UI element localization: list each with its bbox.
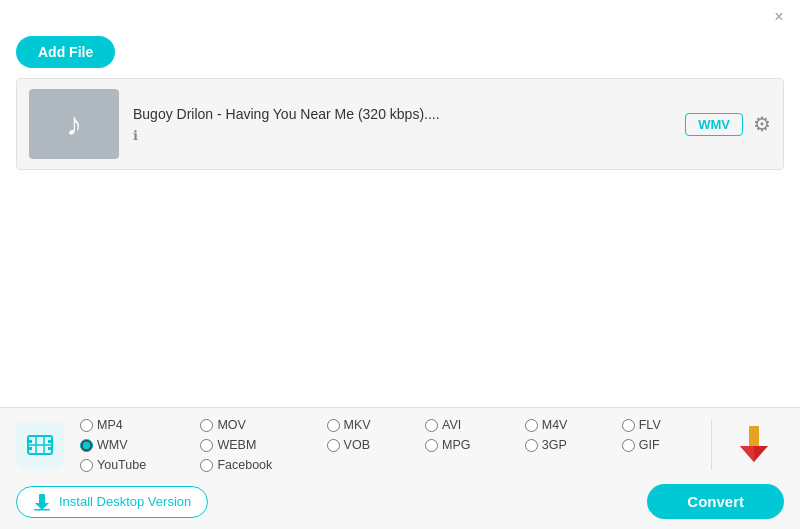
format-radio-3gp[interactable] xyxy=(525,439,538,452)
file-list: ♪ Bugoy Drilon - Having You Near Me (320… xyxy=(16,78,784,170)
format-label-mkv[interactable]: MKV xyxy=(344,418,371,432)
svg-rect-3 xyxy=(28,447,32,450)
format-label-vob[interactable]: VOB xyxy=(344,438,370,452)
header: Add File xyxy=(0,30,800,78)
install-desktop-button[interactable]: Install Desktop Version xyxy=(16,486,208,518)
format-option-wmv: WMV xyxy=(80,438,184,452)
title-bar: × xyxy=(0,0,800,30)
format-label-mp4[interactable]: MP4 xyxy=(97,418,123,432)
format-label-avi[interactable]: AVI xyxy=(442,418,461,432)
bottom-actions: Install Desktop Version Convert xyxy=(0,478,800,529)
format-label-webm[interactable]: WEBM xyxy=(217,438,256,452)
format-radio-avi[interactable] xyxy=(425,419,438,432)
format-option-m4v: M4V xyxy=(525,418,606,432)
download-icon-area[interactable] xyxy=(724,424,784,466)
format-label-m4v[interactable]: M4V xyxy=(542,418,568,432)
format-label-mov[interactable]: MOV xyxy=(217,418,245,432)
format-label-wmv[interactable]: WMV xyxy=(97,438,128,452)
download-arrow-icon xyxy=(736,424,772,466)
format-label-facebook[interactable]: Facebook xyxy=(217,458,272,472)
file-info: Bugoy Drilon - Having You Near Me (320 k… xyxy=(133,106,685,143)
vertical-divider xyxy=(711,420,712,470)
format-option-webm: WEBM xyxy=(200,438,310,452)
format-radio-m4v[interactable] xyxy=(525,419,538,432)
format-radio-youtube[interactable] xyxy=(80,459,93,472)
format-option-flv: FLV xyxy=(622,418,699,432)
format-option-3gp: 3GP xyxy=(525,438,606,452)
svg-rect-8 xyxy=(749,426,759,446)
format-radio-mov[interactable] xyxy=(200,419,213,432)
settings-icon[interactable]: ⚙ xyxy=(753,112,771,136)
file-thumbnail: ♪ xyxy=(29,89,119,159)
format-label-flv[interactable]: FLV xyxy=(639,418,661,432)
svg-rect-4 xyxy=(48,447,52,450)
format-option-facebook: Facebook xyxy=(200,458,310,472)
format-radio-flv[interactable] xyxy=(622,419,635,432)
format-grid: MP4 MOV MKV AVI M4V FLV xyxy=(80,418,699,472)
format-radio-mpg[interactable] xyxy=(425,439,438,452)
svg-rect-13 xyxy=(34,509,50,511)
format-options: MP4 MOV MKV AVI M4V FLV xyxy=(0,408,800,478)
convert-button[interactable]: Convert xyxy=(647,484,784,519)
format-option-youtube: YouTube xyxy=(80,458,184,472)
film-icon xyxy=(26,431,54,459)
svg-marker-12 xyxy=(35,503,49,510)
format-option-mp4: MP4 xyxy=(80,418,184,432)
format-option-avi: AVI xyxy=(425,418,509,432)
svg-rect-11 xyxy=(39,494,45,504)
format-radio-vob[interactable] xyxy=(327,439,340,452)
format-label-3gp[interactable]: 3GP xyxy=(542,438,567,452)
svg-marker-10 xyxy=(740,446,754,462)
svg-rect-2 xyxy=(48,440,52,443)
format-icon-area xyxy=(16,421,64,469)
file-item: ♪ Bugoy Drilon - Having You Near Me (320… xyxy=(17,79,783,169)
format-option-mov: MOV xyxy=(200,418,310,432)
svg-rect-1 xyxy=(28,440,32,443)
format-label-mpg[interactable]: MPG xyxy=(442,438,470,452)
format-radio-webm[interactable] xyxy=(200,439,213,452)
format-label-gif[interactable]: GIF xyxy=(639,438,660,452)
content-area xyxy=(0,170,800,390)
close-button[interactable]: × xyxy=(770,8,788,26)
format-radio-gif[interactable] xyxy=(622,439,635,452)
music-note-icon: ♪ xyxy=(66,106,82,143)
format-radio-facebook[interactable] xyxy=(200,459,213,472)
file-name: Bugoy Drilon - Having You Near Me (320 k… xyxy=(133,106,685,122)
bottom-panel: MP4 MOV MKV AVI M4V FLV xyxy=(0,407,800,529)
format-radio-wmv[interactable] xyxy=(80,439,93,452)
file-actions: WMV ⚙ xyxy=(685,112,771,136)
format-option-mpg: MPG xyxy=(425,438,509,452)
format-radio-mkv[interactable] xyxy=(327,419,340,432)
format-radio-mp4[interactable] xyxy=(80,419,93,432)
format-option-vob: VOB xyxy=(327,438,409,452)
format-badge[interactable]: WMV xyxy=(685,113,743,136)
add-file-button[interactable]: Add File xyxy=(16,36,115,68)
download-small-icon xyxy=(33,493,51,511)
info-icon[interactable]: ℹ xyxy=(133,128,138,143)
format-label-youtube[interactable]: YouTube xyxy=(97,458,146,472)
format-option-gif: GIF xyxy=(622,438,699,452)
format-option-mkv: MKV xyxy=(327,418,409,432)
